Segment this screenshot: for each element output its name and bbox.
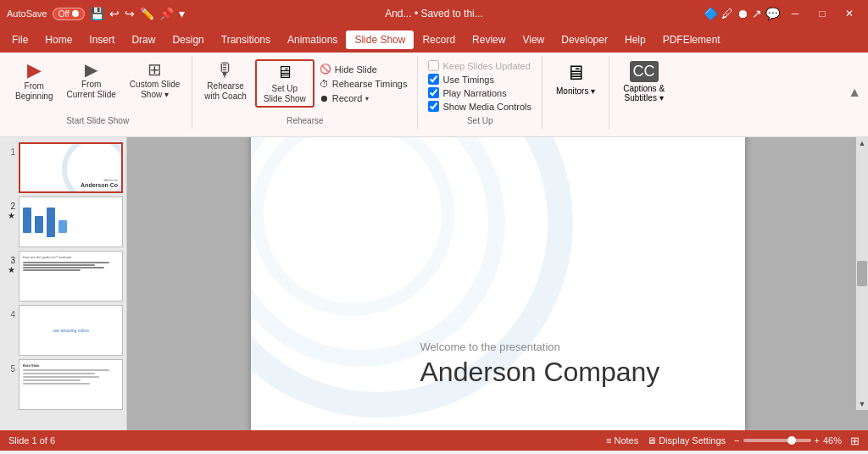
hide-slide-button[interactable]: 🚫 Hide Slide (316, 62, 411, 76)
zoom-slider-thumb[interactable] (787, 436, 796, 445)
show-media-controls-checkbox[interactable] (428, 101, 439, 112)
play-narrations-row[interactable]: Play Narrations (425, 86, 535, 99)
bar2 (35, 216, 43, 233)
thumb3-line1 (23, 262, 109, 263)
hide-slide-icon: 🚫 (320, 64, 331, 75)
menu-review[interactable]: Review (464, 30, 514, 49)
menu-help[interactable]: Help (616, 30, 654, 49)
play-narrations-label: Play Narrations (442, 88, 506, 98)
menu-design[interactable]: Design (164, 30, 212, 49)
scroll-up-button[interactable]: ▲ (857, 137, 868, 149)
close-button[interactable]: ✕ (837, 4, 861, 23)
monitors-button[interactable]: 🖥 Monitors ▾ (549, 58, 602, 99)
pen-icon[interactable]: ✏️ (140, 7, 154, 20)
thumb3-line3 (23, 267, 104, 269)
menu-file[interactable]: File (3, 30, 36, 49)
redo-icon[interactable]: ↪ (125, 7, 135, 20)
minimize-button[interactable]: ─ (783, 4, 807, 23)
bar3 (47, 208, 55, 237)
thumb-content-3: How are the goals set? evaluate (19, 252, 122, 301)
fit-to-window-button[interactable]: ⊞ (850, 435, 860, 447)
slide-box-5[interactable]: Bold Slide (19, 359, 123, 410)
thumb3-heading: How are the goals set? evaluate (23, 255, 119, 259)
zoom-level: 46% (823, 435, 842, 446)
share-icon[interactable]: ↗ (752, 7, 762, 20)
setup-slideshow-button[interactable]: 🖥 Set UpSlide Show (255, 59, 314, 108)
captions-label: Captions &Subtitles ▾ (623, 84, 665, 102)
thumb5-line3 (23, 376, 99, 378)
menu-record[interactable]: Record (414, 30, 464, 49)
maximize-button[interactable]: □ (810, 4, 834, 23)
from-beginning-button[interactable]: ▶ FromBeginning (10, 58, 58, 105)
comments-icon[interactable]: 💬 (765, 7, 780, 20)
thumb5-title: Bold Slide (23, 363, 119, 368)
rehearse-coach-button[interactable]: 🎙 Rehearsewith Coach (199, 58, 251, 105)
menu-slideshow[interactable]: Slide Show (346, 30, 414, 49)
keep-slides-updated-row[interactable]: Keep Slides Updated (425, 59, 535, 72)
thumb3-line2 (23, 264, 95, 266)
vertical-scrollbar[interactable]: ▲ ▼ (856, 137, 868, 410)
display-settings-button[interactable]: 🖥 Display Settings (647, 435, 726, 446)
slide-num-4: 4 (3, 305, 15, 319)
document-title: And... • Saved to thi... (385, 8, 483, 19)
menu-insert[interactable]: Insert (81, 30, 123, 49)
save-icon[interactable]: 💾 (90, 7, 104, 20)
menu-home[interactable]: Home (36, 30, 81, 49)
slide-box-3[interactable]: How are the goals set? evaluate (19, 251, 123, 302)
record-icon: ⏺ (320, 93, 329, 103)
menu-transitions[interactable]: Transitions (213, 30, 279, 49)
slide-thumb-5[interactable]: 5 Bold Slide (3, 359, 123, 410)
ribbon-scroll-up[interactable]: ▲ (848, 85, 861, 100)
show-media-controls-row[interactable]: Show Media Controls (425, 100, 535, 113)
play-narrations-checkbox[interactable] (428, 87, 439, 98)
right-ribbon-column: 🖥 Set UpSlide Show 🚫 Hide Slide ⏱ Rehear… (255, 58, 411, 108)
autosave-toggle[interactable]: Off (53, 8, 85, 20)
menu-bar: File Home Insert Draw Design Transitions… (0, 27, 868, 53)
hide-slide-label: Hide Slide (335, 64, 377, 75)
captions-subtitles-button[interactable]: CC Captions &Subtitles ▾ (616, 58, 671, 106)
scroll-thumb[interactable] (857, 261, 867, 286)
pen-tool-icon[interactable]: 🖊 (721, 7, 733, 20)
slide-thumb-1[interactable]: 1 Welcome Anderson Co (3, 142, 123, 193)
rehearse-label: Rehearse (199, 114, 410, 129)
dropdown-customize-icon[interactable]: ▾ (179, 7, 185, 20)
rehearse-timings-button[interactable]: ⏱ Rehearse Timings (316, 77, 411, 91)
zoom-slider-track[interactable] (743, 439, 811, 442)
menu-developer[interactable]: Developer (553, 30, 616, 49)
rehearse-timings-icon: ⏱ (320, 79, 329, 89)
slide-thumb-4[interactable]: 4 use amazing colors (3, 305, 123, 356)
captions-icon: CC (630, 61, 659, 82)
slide-panel[interactable]: 1 Welcome Anderson Co 2★ (0, 137, 127, 430)
slide-thumb-3[interactable]: 3★ How are the goals set? evaluate (3, 251, 123, 302)
slide-num-5: 5 (3, 359, 15, 374)
use-timings-checkbox[interactable] (428, 74, 439, 85)
menu-draw[interactable]: Draw (123, 30, 164, 49)
rec-icon[interactable]: ⏺ (737, 7, 748, 20)
setup-row: 🖥 Set UpSlide Show 🚫 Hide Slide ⏱ Rehear… (255, 59, 411, 108)
pin-icon[interactable]: 📌 (159, 7, 174, 20)
keep-slides-updated-checkbox[interactable] (428, 60, 439, 71)
setup-checkboxes: Keep Slides Updated Use Timings Play Nar… (425, 58, 535, 113)
menu-pdfelement[interactable]: PDFElement (654, 30, 729, 49)
slide-box-1[interactable]: Welcome Anderson Co (19, 142, 123, 193)
thumb5-line5 (23, 383, 90, 385)
from-beginning-label: FromBeginning (15, 81, 53, 102)
use-timings-row[interactable]: Use Timings (425, 73, 535, 86)
slide-box-2[interactable] (19, 197, 123, 247)
slide-thumb-2[interactable]: 2★ (3, 197, 123, 247)
slide-canvas: Welcome to the presentation Anderson Com… (251, 137, 745, 430)
record-label: Record (332, 93, 362, 103)
undo-icon[interactable]: ↩ (109, 7, 120, 20)
scroll-down-button[interactable]: ▼ (857, 398, 868, 410)
zoom-minus-button[interactable]: − (734, 435, 739, 446)
rehearse-coach-icon: 🎙 (216, 61, 235, 80)
record-button[interactable]: ⏺ Record ▾ (316, 91, 411, 105)
from-current-button[interactable]: ▶ FromCurrent Slide (61, 58, 120, 103)
ribbon-group-monitors: 🖥 Monitors ▾ (542, 56, 609, 129)
custom-show-button[interactable]: ⊞ Custom SlideShow ▾ (125, 58, 185, 103)
menu-view[interactable]: View (514, 30, 553, 49)
notes-button[interactable]: ≡ Notes (606, 435, 638, 446)
zoom-plus-button[interactable]: + (815, 435, 820, 446)
menu-animations[interactable]: Animations (279, 30, 346, 49)
slide-box-4[interactable]: use amazing colors (19, 305, 123, 356)
